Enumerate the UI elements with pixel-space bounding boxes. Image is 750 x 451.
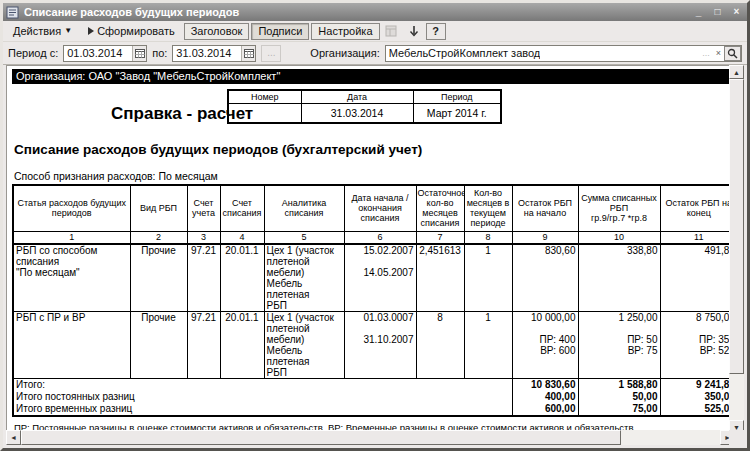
report-area: Организация: ОАО "Завод "МебельСтройКомп… — [6, 65, 744, 445]
header-toggle-button[interactable]: Заголовок — [184, 23, 250, 40]
ref-header-number: Номер — [228, 90, 301, 104]
calendar-icon[interactable] — [132, 46, 146, 61]
help-button[interactable]: ? — [426, 23, 446, 40]
scroll-up-icon[interactable]: ▲ — [729, 65, 744, 79]
org-header-bar: Организация: ОАО "Завод "МебельСтройКомп… — [12, 69, 730, 84]
horizontal-scrollbar[interactable]: ◄ ► — [6, 430, 735, 445]
ref-value-date: 31.03.2014 — [301, 104, 413, 123]
org-clear-icon[interactable]: × — [713, 48, 724, 58]
report-canvas: Организация: ОАО "Завод "МебельСтройКомп… — [6, 65, 735, 434]
titlebar: Списание расходов будущих периодов _ □ × — [3, 3, 747, 21]
signatures-toggle-button[interactable]: Подписи — [251, 23, 309, 40]
organization-input[interactable]: МебельСтройКомплект завод ... × — [385, 45, 742, 62]
minimize-button[interactable]: _ — [691, 6, 706, 19]
table-row[interactable]: РБП со способом списания "По месяцам" Пр… — [13, 244, 735, 312]
main-toolbar: Действия▼ Сформировать Заголовок Подписи… — [3, 21, 747, 42]
ref-calc-section: Справка - расчет Номер Дата Период 31.03… — [11, 84, 732, 138]
ref-value-period: Март 2014 г. — [413, 104, 501, 123]
period-from-label: Период с: — [8, 47, 58, 59]
vertical-scrollbar[interactable]: ▲ ▼ — [729, 65, 744, 434]
report-icon — [6, 6, 20, 19]
period-to-input[interactable]: 31.03.2014 — [172, 45, 256, 62]
header-row: Статья расходов будущих периодовВид РБП … — [13, 185, 735, 231]
chevron-down-icon: ▼ — [64, 27, 72, 35]
period-more-button[interactable]: ... — [261, 45, 281, 62]
ref-header-period: Период — [413, 90, 501, 104]
play-icon — [88, 27, 94, 35]
scroll-left-icon[interactable]: ◄ — [6, 430, 21, 445]
totals-row: Итого временных разниц 600,00 75,00 525,… — [13, 403, 735, 416]
org-more-button[interactable]: ... — [699, 48, 713, 58]
maximize-button[interactable]: □ — [710, 6, 725, 19]
ref-table: Номер Дата Период 31.03.2014 Март 2014 г… — [227, 89, 502, 124]
totals-row: Итого постоянных разниц 400,00 50,00 350… — [13, 391, 735, 403]
totals-row: Итого: 10 830,60 1 588,80 9 241,80 — [13, 378, 735, 391]
app-window: Списание расходов будущих периодов _ □ ×… — [0, 0, 750, 451]
vertical-scroll-thumb[interactable] — [729, 79, 744, 374]
filter-toolbar: Период с: 01.03.2014 по: 31.03.2014 ... … — [3, 42, 747, 65]
horizontal-scroll-thumb[interactable] — [21, 430, 621, 445]
resize-corner — [729, 430, 744, 445]
window-title: Списание расходов будущих периодов — [24, 6, 687, 18]
ref-header-date: Дата — [301, 90, 413, 104]
main-table: Статья расходов будущих периодовВид РБП … — [12, 184, 735, 417]
actions-button[interactable]: Действия▼ — [6, 23, 79, 40]
search-icon[interactable] — [724, 46, 741, 61]
close-button[interactable]: × — [729, 6, 744, 19]
period-to-label: по: — [152, 47, 167, 59]
organization-label: Организация: — [310, 47, 379, 59]
settings-button[interactable]: Настройка — [311, 23, 379, 40]
column-numbers-row: 12 34 56 78 910 11 — [13, 231, 735, 244]
method-line: Способ признания расходов: По месяцам — [14, 170, 732, 182]
fix-header-icon[interactable] — [382, 23, 402, 40]
ref-value-number — [228, 104, 301, 123]
table-row[interactable]: РБП с ПР и ВР Прочие 97.21 20.01.1 Цех 1… — [13, 311, 735, 378]
generate-button[interactable]: Сформировать — [81, 23, 182, 40]
report-title: Списание расходов будущих периодов (бухг… — [14, 142, 732, 157]
period-from-input[interactable]: 01.03.2014 — [63, 45, 147, 62]
go-to-icon[interactable] — [404, 23, 424, 40]
calendar-icon[interactable] — [241, 46, 255, 61]
